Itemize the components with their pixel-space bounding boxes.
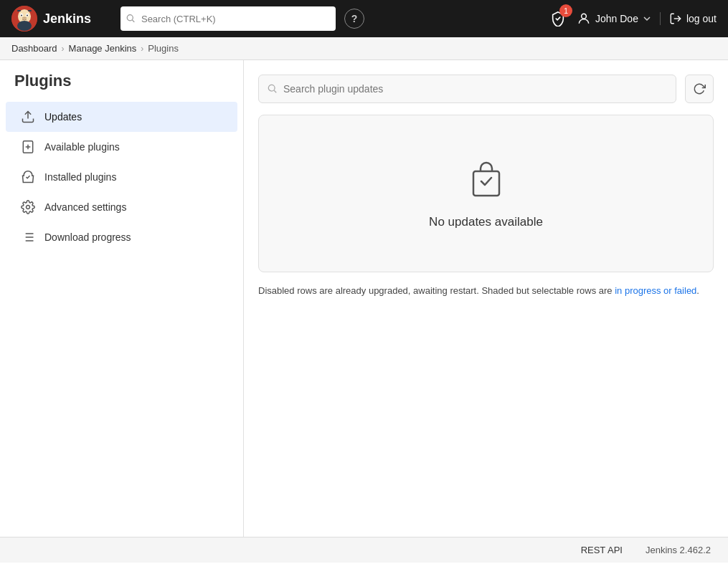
no-updates-panel: No updates available [258, 115, 714, 272]
page-footer: REST API Jenkins 2.462.2 [0, 537, 728, 563]
content-toolbar [258, 75, 714, 103]
main-layout: Plugins Updates Available plugins [0, 60, 728, 537]
sidebar-item-advanced-settings-label: Advanced settings [44, 201, 126, 213]
svg-rect-9 [28, 10, 32, 11]
svg-point-10 [127, 15, 133, 21]
breadcrumb-manage-jenkins[interactable]: Manage Jenkins [69, 43, 137, 54]
chevron-down-icon [643, 14, 651, 23]
breadcrumb: Dashboard › Manage Jenkins › Plugins [0, 37, 728, 60]
sidebar-item-available-plugins[interactable]: Available plugins [6, 132, 237, 162]
sidebar-item-download-progress[interactable]: Download progress [6, 222, 237, 252]
svg-point-2 [17, 21, 32, 31]
rest-api-link[interactable]: REST API [581, 545, 623, 555]
logo-image [11, 6, 37, 32]
svg-rect-8 [17, 10, 21, 11]
sidebar-item-installed-plugins-label: Installed plugins [44, 171, 116, 183]
plugin-search-icon [268, 84, 278, 94]
advanced-settings-icon [20, 199, 36, 215]
refresh-icon [693, 82, 706, 95]
shopping-bag-check-icon [466, 158, 506, 199]
no-updates-text: No updates available [429, 215, 543, 229]
security-badge: 1 [559, 4, 572, 17]
svg-point-5 [21, 15, 22, 16]
plugin-search-input[interactable] [283, 83, 667, 95]
updates-icon [20, 109, 36, 125]
security-button[interactable]: 1 [548, 9, 568, 29]
logout-label: log out [686, 13, 717, 24]
sidebar-item-available-plugins-label: Available plugins [44, 141, 120, 153]
download-progress-icon [20, 229, 36, 245]
plugin-search[interactable] [258, 75, 676, 103]
breadcrumb-sep-2: › [141, 44, 143, 54]
info-link[interactable]: in progress or failed [615, 285, 696, 296]
svg-line-25 [274, 90, 276, 92]
info-text-after-link: . [696, 285, 699, 296]
svg-point-17 [27, 206, 30, 209]
no-updates-icon [466, 158, 506, 206]
svg-point-6 [27, 15, 28, 16]
main-content: No updates available Disabled rows are a… [244, 60, 728, 537]
app-header: Jenkins ? 1 John Doe [0, 0, 728, 37]
breadcrumb-sep-1: › [62, 44, 65, 54]
sidebar-item-installed-plugins[interactable]: Installed plugins [6, 162, 237, 192]
help-button[interactable]: ? [344, 9, 364, 29]
sidebar-item-updates-label: Updates [44, 111, 82, 123]
breadcrumb-dashboard[interactable]: Dashboard [11, 43, 57, 54]
svg-line-11 [133, 20, 135, 22]
user-name: John Doe [595, 13, 638, 24]
sidebar: Plugins Updates Available plugins [0, 60, 244, 537]
app-logo[interactable]: Jenkins [11, 6, 112, 32]
header-right-section: 1 John Doe log out [548, 9, 717, 29]
version-label: Jenkins 2.462.2 [646, 545, 711, 555]
available-plugins-icon [20, 139, 36, 155]
installed-plugins-icon [20, 169, 36, 185]
sidebar-item-updates[interactable]: Updates [6, 102, 237, 132]
breadcrumb-current: Plugins [148, 43, 179, 54]
sidebar-item-advanced-settings[interactable]: Advanced settings [6, 192, 237, 222]
sidebar-item-download-progress-label: Download progress [44, 231, 131, 243]
info-text: Disabled rows are already upgraded, awai… [258, 284, 714, 299]
svg-point-24 [268, 85, 275, 91]
search-icon [126, 14, 136, 24]
logout-button[interactable]: log out [660, 12, 717, 25]
logout-icon [669, 12, 682, 25]
user-menu[interactable]: John Doe [577, 11, 651, 26]
global-search-input[interactable] [141, 14, 330, 24]
page-title: Plugins [0, 72, 243, 102]
user-icon [577, 11, 591, 26]
svg-point-12 [582, 14, 587, 19]
global-search[interactable] [120, 6, 336, 31]
svg-point-7 [22, 17, 27, 19]
app-name: Jenkins [43, 11, 91, 27]
security-icon-wrap: 1 [548, 9, 568, 29]
refresh-button[interactable] [685, 75, 714, 103]
info-text-before-link: Disabled rows are already upgraded, awai… [258, 285, 615, 296]
